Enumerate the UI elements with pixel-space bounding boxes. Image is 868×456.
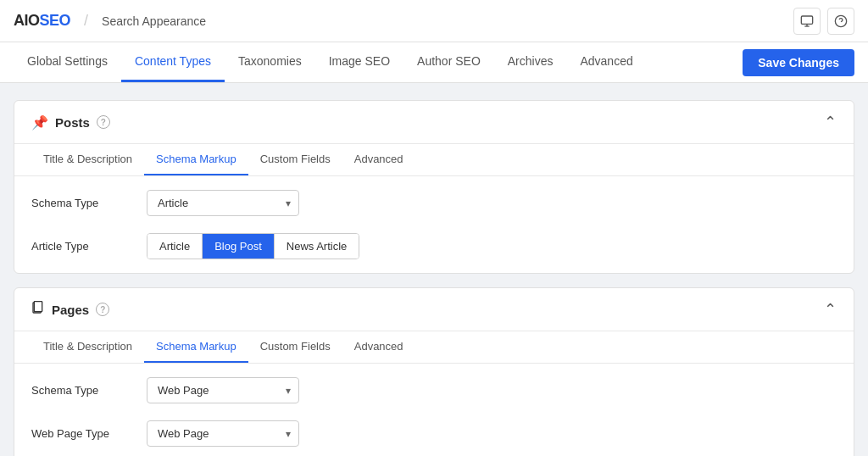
posts-article-type-row: Article Type Article Blog Post News Arti… [31, 233, 837, 259]
posts-schema-type-select[interactable]: Article BlogPosting NewsArticle None [147, 190, 299, 216]
posts-icon: 📌 [31, 114, 48, 131]
pages-section-header: Pages ? ⌃ [14, 288, 854, 331]
posts-tab-title-desc[interactable]: Title & Description [31, 144, 144, 175]
posts-inner-tabs: Title & Description Schema Markup Custom… [14, 144, 854, 176]
posts-schema-type-wrapper: Article BlogPosting NewsArticle None ▾ [147, 190, 299, 216]
pages-web-page-type-row: Web Page Type Web Page About Page Contac… [31, 420, 837, 447]
posts-article-type-group: Article Blog Post News Article [147, 233, 359, 259]
posts-tab-schema-markup[interactable]: Schema Markup [144, 144, 248, 175]
logo-aio: AIO [14, 12, 40, 30]
posts-content-body: Schema Type Article BlogPosting NewsArti… [14, 176, 854, 273]
posts-schema-type-label: Schema Type [31, 197, 133, 209]
posts-article-type-article[interactable]: Article [147, 234, 203, 259]
pages-tab-custom-fields[interactable]: Custom Fields [248, 331, 342, 363]
posts-tab-advanced[interactable]: Advanced [342, 144, 415, 175]
pages-header-left: Pages ? [31, 301, 109, 318]
svg-rect-6 [34, 302, 42, 312]
posts-article-type-blog-post[interactable]: Blog Post [203, 234, 275, 259]
pages-schema-type-wrapper: Web Page Article BlogPosting None ▾ [147, 377, 299, 403]
posts-collapse-button[interactable]: ⌃ [824, 113, 837, 131]
posts-tab-custom-fields[interactable]: Custom Fields [248, 144, 342, 175]
pages-tab-advanced[interactable]: Advanced [342, 331, 415, 363]
svg-rect-0 [801, 16, 812, 24]
tab-taxonomies[interactable]: Taxonomies [225, 42, 315, 82]
posts-schema-type-row: Schema Type Article BlogPosting NewsArti… [31, 190, 837, 216]
pages-tab-schema-markup[interactable]: Schema Markup [144, 331, 248, 363]
pages-title: Pages [52, 303, 89, 317]
pages-section: Pages ? ⌃ Title & Description Schema Mar… [14, 287, 854, 456]
pages-icon [31, 301, 45, 318]
pages-web-page-type-select[interactable]: Web Page About Page Contact Page FAQ Pag… [147, 420, 299, 447]
topbar: AIOSEO / Search Appearance [0, 0, 868, 42]
tab-global-settings[interactable]: Global Settings [14, 42, 121, 82]
topbar-title: Search Appearance [102, 14, 206, 28]
pages-help-icon[interactable]: ? [96, 303, 109, 316]
help-button[interactable] [827, 8, 854, 35]
pages-content-body: Schema Type Web Page Article BlogPosting… [14, 364, 854, 456]
logo-seo: SEO [40, 12, 71, 30]
posts-header-left: 📌 Posts ? [31, 114, 110, 131]
pages-schema-type-label: Schema Type [31, 384, 133, 397]
tab-archives[interactable]: Archives [494, 42, 567, 82]
posts-article-type-news-article[interactable]: News Article [275, 234, 359, 259]
topbar-divider: / [84, 12, 88, 30]
posts-title: Posts [55, 115, 90, 130]
tab-content-types[interactable]: Content Types [121, 42, 225, 82]
pages-web-page-type-wrapper: Web Page About Page Contact Page FAQ Pag… [147, 420, 299, 447]
tab-image-seo[interactable]: Image SEO [315, 42, 403, 82]
pages-schema-type-select[interactable]: Web Page Article BlogPosting None [147, 377, 299, 403]
topbar-icons [793, 8, 854, 35]
logo: AIOSEO [14, 12, 70, 30]
posts-section: 📌 Posts ? ⌃ Title & Description Schema M… [14, 100, 854, 274]
posts-help-icon[interactable]: ? [97, 115, 110, 129]
posts-section-header: 📌 Posts ? ⌃ [14, 101, 854, 144]
posts-article-type-label: Article Type [31, 240, 133, 253]
nav-bar: Global Settings Content Types Taxonomies… [0, 42, 868, 83]
main-content: 📌 Posts ? ⌃ Title & Description Schema M… [0, 83, 868, 456]
save-changes-button[interactable]: Save Changes [743, 49, 854, 76]
pages-web-page-type-label: Web Page Type [31, 427, 133, 440]
pages-collapse-button[interactable]: ⌃ [824, 300, 837, 319]
tab-author-seo[interactable]: Author SEO [403, 42, 494, 82]
monitor-button[interactable] [793, 8, 821, 35]
tab-advanced[interactable]: Advanced [566, 42, 646, 82]
pages-inner-tabs: Title & Description Schema Markup Custom… [14, 331, 854, 364]
pages-tab-title-desc[interactable]: Title & Description [31, 331, 144, 363]
nav-tabs: Global Settings Content Types Taxonomies… [14, 42, 743, 82]
pages-schema-type-row: Schema Type Web Page Article BlogPosting… [31, 377, 837, 403]
